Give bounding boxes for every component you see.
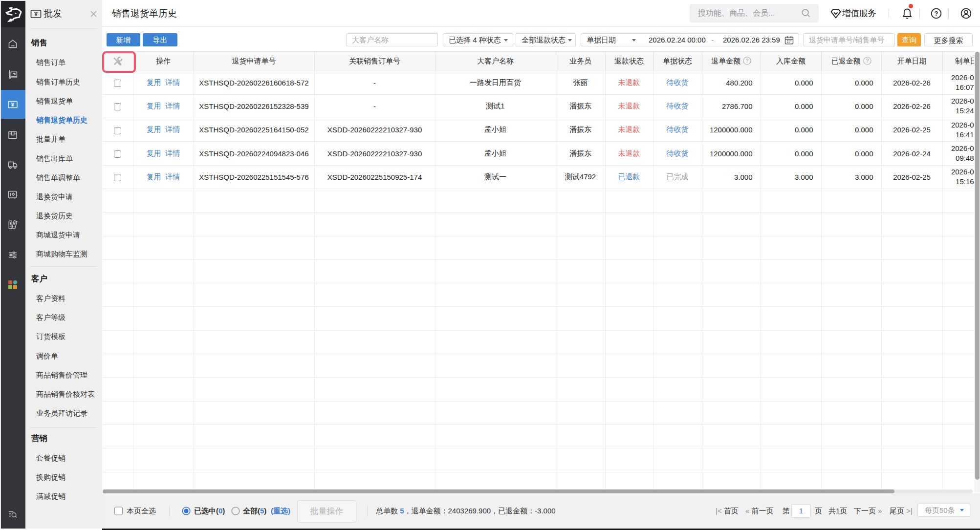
svg-text:?: ? [746,58,749,64]
svg-text:?: ? [866,58,869,64]
svg-text:?: ? [935,10,938,17]
